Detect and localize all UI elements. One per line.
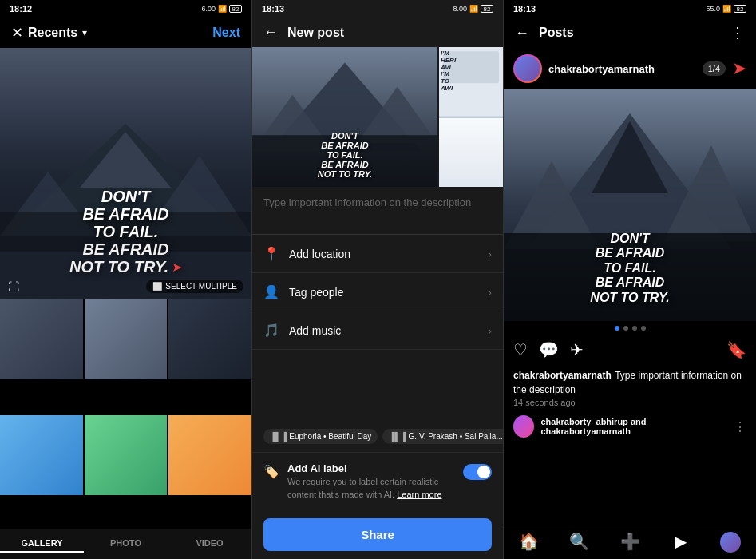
toggle-knob: [477, 466, 490, 478]
music-bars-icon: ▐▌▐: [389, 432, 406, 441]
post-profile-row: chakrabortyamarnath 1/4 ➤: [504, 48, 756, 89]
learn-more-link[interactable]: Learn more: [397, 490, 441, 499]
gallery-grid: [0, 299, 251, 529]
tab-video[interactable]: VIDEO: [168, 535, 251, 553]
search-icon[interactable]: 🔍: [554, 532, 604, 553]
gallery-item[interactable]: [85, 299, 168, 379]
motivational-text-p1: DON'T BE AFRAID TO FAIL. BE AFRAID NOT T…: [0, 188, 251, 276]
like-icon[interactable]: ♡: [513, 340, 528, 359]
share-button[interactable]: Share: [263, 518, 492, 551]
option-music-label: Add music: [289, 324, 488, 337]
option-tag-label: Tag people: [289, 286, 488, 299]
status-bar-p2: 18:13 8.00 📶 82: [252, 0, 503, 18]
ai-label-description: We require you to label certain realisti…: [287, 476, 463, 501]
close-icon[interactable]: ✕: [11, 24, 23, 42]
post-images-strip: DON'T BE AFRAID TO FAIL. BE AFRAID NOT T…: [252, 47, 503, 187]
option-music[interactable]: 🎵 Add music ›: [252, 311, 503, 350]
post-username[interactable]: chakrabortyamarnath: [548, 63, 703, 75]
red-arrow-indicator-icon: ➤: [732, 58, 746, 79]
ai-label-toggle[interactable]: [463, 464, 492, 480]
dot: [641, 326, 646, 331]
panel-gallery: 18:12 6.00 📶 82 ✕ Recents ▾ Next DON'T: [0, 0, 251, 559]
music-chips-row: ▐▌▐ Euphoria • Beatiful Day ▐▌▐ G. V. Pr…: [252, 424, 503, 452]
battery-p1: 82: [229, 5, 242, 13]
battery-p2: 82: [481, 5, 493, 13]
status-bar-p3: 18:13 55.0 📶 82: [504, 0, 756, 18]
ai-label-icon: 🏷️: [263, 464, 279, 479]
commenter-avatar: [513, 415, 534, 438]
music-chip-1[interactable]: ▐▌▐ Euphoria • Beatiful Day: [263, 429, 378, 444]
profile-nav-avatar[interactable]: [706, 532, 756, 553]
red-arrow-icon: ➤: [172, 260, 182, 275]
caption-username[interactable]: chakrabortyamarnath: [513, 370, 612, 381]
gallery-item[interactable]: [85, 415, 168, 495]
post-options-list: 📍 Add location › 👤 Tag people › 🎵 Add mu…: [252, 235, 503, 424]
tab-photo[interactable]: PHOTO: [84, 535, 168, 553]
option-tag-people[interactable]: 👤 Tag people ›: [252, 273, 503, 311]
back-arrow-icon[interactable]: ←: [263, 24, 278, 41]
post-caption: chakrabortyamarnath Type important infor…: [504, 364, 756, 410]
add-post-icon[interactable]: ➕: [604, 532, 655, 553]
gallery-item[interactable]: [168, 415, 251, 495]
home-icon[interactable]: 🏠: [504, 532, 554, 553]
person-icon: 👤: [263, 284, 279, 299]
chevron-right-icon: ›: [488, 324, 492, 337]
recents-label[interactable]: Recents: [28, 26, 77, 40]
time-p3: 18:13: [513, 4, 536, 14]
post-side-image-bottom[interactable]: [439, 118, 503, 188]
image-pagination-dots: [504, 321, 756, 335]
battery-p3: 82: [734, 5, 746, 13]
comment-more-icon[interactable]: ⋮: [734, 419, 746, 434]
posts-title: Posts: [539, 26, 721, 40]
expand-icon[interactable]: ⛶: [8, 280, 19, 293]
share-icon[interactable]: ✈: [570, 340, 584, 359]
ai-label-section: 🏷️ Add AI label We require you to label …: [252, 452, 503, 510]
next-button[interactable]: Next: [212, 26, 240, 40]
gallery-item[interactable]: [0, 415, 83, 495]
description-input[interactable]: Type important information on the descri…: [252, 187, 503, 235]
mountain-background: DON'T BE AFRAID TO FAIL. BE AFRAID NOT T…: [0, 48, 251, 299]
post-image: DON'T BE AFRAID TO FAIL. BE AFRAID NOT T…: [504, 89, 756, 321]
post-action-row: ♡ 💬 ✈ 🔖: [504, 335, 756, 364]
dot: [632, 326, 637, 331]
status-icons-p2: 8.00 📶 82: [453, 5, 493, 13]
post-main-text: DON'T BE AFRAID TO FAIL. BE AFRAID NOT T…: [255, 131, 434, 179]
gallery-item[interactable]: [168, 299, 251, 379]
gallery-header: ✕ Recents ▾ Next: [0, 18, 251, 48]
chevron-right-icon: ›: [488, 286, 492, 299]
post-timestamp: 14 seconds ago: [513, 398, 746, 407]
status-bar-p1: 18:12 6.00 📶 82: [0, 0, 251, 18]
new-post-header: ← New post: [252, 18, 503, 47]
more-options-icon[interactable]: ⋮: [730, 24, 745, 42]
music-icon: 🎵: [263, 323, 279, 338]
posts-header: ← Posts ⋮: [504, 18, 756, 48]
select-multiple-button[interactable]: ⬜ SELECT MULTIPLE: [146, 280, 243, 293]
comment-usernames: chakraborty_abhirup and chakrabortyamarn…: [540, 417, 727, 436]
status-icons-p3: 55.0 📶 82: [706, 5, 746, 13]
avatar: [513, 54, 542, 83]
dot: [623, 326, 628, 331]
avatar-image: [515, 56, 540, 81]
post-side-images: I'M HERI AVI I'M TO AWI: [439, 47, 503, 187]
tab-gallery[interactable]: GALLERY: [0, 535, 84, 553]
chevron-right-icon: ›: [488, 248, 492, 260]
ai-label-title: Add AI label: [287, 462, 463, 474]
new-post-title: New post: [287, 26, 344, 40]
music-chip-2[interactable]: ▐▌▐ G. V. Prakash • Sai Palla...: [382, 429, 503, 444]
music-bars-icon: ▐▌▐: [270, 432, 287, 441]
time-p1: 18:12: [10, 4, 32, 14]
back-arrow-icon[interactable]: ←: [515, 25, 529, 42]
bottom-navigation: 🏠 🔍 ➕ ▶: [504, 525, 756, 559]
description-placeholder: Type important information on the descri…: [263, 196, 471, 208]
post-side-image-top[interactable]: I'M HERI AVI I'M TO AWI: [439, 47, 503, 117]
reels-icon[interactable]: ▶: [655, 532, 706, 553]
comment-icon[interactable]: 💬: [539, 340, 559, 359]
status-icons-p1: 6.00 📶 82: [201, 5, 242, 13]
panel-new-post: 18:13 8.00 📶 82 ← New post: [251, 0, 504, 559]
option-location[interactable]: 📍 Add location ›: [252, 235, 503, 273]
media-type-tabs: GALLERY PHOTO VIDEO: [0, 529, 251, 559]
post-main-image[interactable]: DON'T BE AFRAID TO FAIL. BE AFRAID NOT T…: [252, 47, 437, 187]
post-counter-badge: 1/4: [703, 61, 726, 76]
gallery-item[interactable]: [0, 299, 83, 379]
bookmark-icon[interactable]: 🔖: [726, 340, 746, 359]
